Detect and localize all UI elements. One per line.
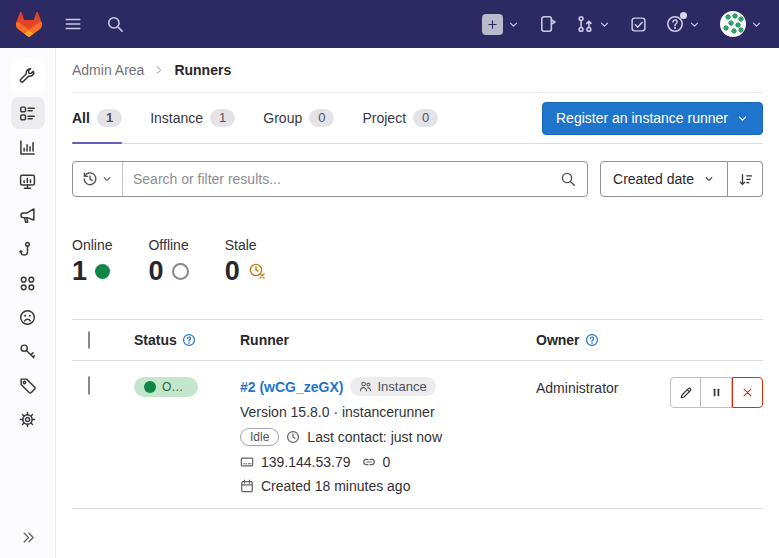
offline-circle-icon bbox=[172, 263, 189, 280]
sidebar-item-deploy-keys[interactable] bbox=[11, 335, 45, 367]
chevron-down-icon bbox=[750, 18, 763, 31]
runner-type-label: Instance bbox=[377, 379, 426, 394]
chevron-down-icon bbox=[598, 18, 611, 31]
search-submit-button[interactable] bbox=[549, 162, 587, 196]
tab-project[interactable]: Project 0 bbox=[362, 93, 438, 143]
register-instance-runner-button[interactable]: Register an instance runner bbox=[542, 102, 763, 135]
status-badge-label: Online bbox=[162, 380, 188, 394]
runner-link[interactable]: #2 (wCG_zeGX) bbox=[240, 379, 343, 395]
idle-badge: Idle bbox=[240, 428, 279, 446]
status-help-icon[interactable] bbox=[182, 333, 196, 347]
runner-actions bbox=[670, 377, 763, 408]
select-all-checkbox[interactable] bbox=[88, 331, 90, 349]
user-menu-button[interactable] bbox=[720, 11, 763, 37]
clock-icon bbox=[286, 430, 300, 444]
online-dot-icon bbox=[95, 264, 110, 279]
merge-request-icon bbox=[576, 15, 594, 33]
todo-check-icon bbox=[630, 16, 647, 33]
runner-version: Version 15.8.0 · instancerunner bbox=[240, 404, 435, 420]
search-history-dropdown[interactable] bbox=[73, 162, 123, 196]
select-runner-checkbox[interactable] bbox=[88, 376, 90, 395]
runner-summary-cell: #2 (wCG_zeGX) Instance Version 15.8.0 · … bbox=[240, 377, 536, 494]
sidebar-item-settings[interactable] bbox=[11, 403, 45, 435]
breadcrumb-runners: Runners bbox=[174, 62, 231, 78]
gitlab-logo[interactable] bbox=[16, 12, 42, 37]
stat-label: Online bbox=[72, 237, 112, 253]
gitlab-admin-runners-page: Admin Area Runners All 1 Instance 1 Grou… bbox=[0, 0, 779, 558]
sidebar-item-admin-area[interactable] bbox=[11, 58, 45, 92]
filtered-search-box bbox=[72, 161, 588, 197]
hamburger-menu-button[interactable] bbox=[64, 15, 82, 33]
delete-runner-button[interactable] bbox=[732, 377, 763, 408]
tab-count-badge: 0 bbox=[309, 109, 334, 127]
pause-icon bbox=[710, 386, 723, 399]
sort-controls: Created date bbox=[600, 161, 763, 197]
user-avatar bbox=[720, 11, 746, 37]
sidebar-item-applications[interactable] bbox=[11, 267, 45, 299]
status-badge: Online bbox=[134, 377, 198, 397]
overview-list-icon bbox=[19, 105, 36, 122]
online-dot-icon bbox=[144, 381, 156, 393]
megaphone-icon bbox=[19, 207, 36, 224]
frown-face-icon bbox=[19, 309, 36, 326]
tab-count-badge: 0 bbox=[413, 109, 438, 127]
tab-all[interactable]: All 1 bbox=[72, 93, 122, 143]
stat-online: Online 1 bbox=[72, 237, 112, 286]
pencil-icon bbox=[679, 386, 693, 400]
tab-label: Group bbox=[263, 110, 302, 126]
help-menu-button[interactable] bbox=[666, 15, 701, 33]
main-content: Admin Area Runners All 1 Instance 1 Grou… bbox=[56, 48, 779, 558]
owner-help-icon[interactable] bbox=[585, 333, 599, 347]
top-navbar bbox=[0, 0, 779, 48]
close-x-icon bbox=[741, 386, 754, 399]
sort-descending-icon bbox=[738, 172, 753, 187]
tab-instance[interactable]: Instance 1 bbox=[150, 93, 235, 143]
table-row: Online #2 (wCG_zeGX) Instance Vers bbox=[72, 361, 763, 509]
sort-by-label: Created date bbox=[613, 171, 694, 187]
search-icon bbox=[109, 18, 122, 31]
merge-requests-button[interactable] bbox=[576, 15, 611, 33]
stat-stale: Stale 0 bbox=[225, 237, 266, 286]
hamburger-icon bbox=[66, 20, 80, 29]
runner-jobs-count: 0 bbox=[383, 454, 391, 470]
new-menu-button[interactable] bbox=[482, 14, 520, 35]
breadcrumb-admin-area[interactable]: Admin Area bbox=[72, 62, 144, 78]
sidebar-item-overview[interactable] bbox=[11, 97, 45, 129]
sort-direction-button[interactable] bbox=[728, 161, 763, 197]
issues-button[interactable] bbox=[539, 15, 557, 33]
stat-value: 0 bbox=[148, 256, 163, 286]
sidebar-item-monitoring[interactable] bbox=[11, 165, 45, 197]
todos-button[interactable] bbox=[630, 16, 647, 33]
sidebar-item-analytics[interactable] bbox=[11, 131, 45, 163]
filter-search-input[interactable] bbox=[123, 171, 549, 187]
edit-runner-button[interactable] bbox=[670, 377, 701, 408]
wrench-icon bbox=[19, 67, 36, 84]
sidebar-item-system-hooks[interactable] bbox=[11, 233, 45, 265]
chevron-down-icon bbox=[703, 173, 715, 185]
sidebar-item-labels[interactable] bbox=[11, 369, 45, 401]
tag-icon bbox=[19, 377, 36, 394]
sort-by-dropdown[interactable]: Created date bbox=[600, 161, 728, 197]
issues-icon bbox=[539, 15, 557, 33]
sidebar-item-messages[interactable] bbox=[11, 199, 45, 231]
users-icon bbox=[359, 380, 372, 393]
chevron-down-icon bbox=[688, 18, 701, 31]
ip-address-icon bbox=[240, 455, 254, 469]
column-status: Status bbox=[134, 332, 177, 348]
tab-group[interactable]: Group 0 bbox=[263, 93, 334, 143]
runner-owner-link[interactable]: Administrator bbox=[536, 380, 618, 396]
sidebar-expand-button[interactable] bbox=[0, 529, 56, 546]
tab-label: Project bbox=[362, 110, 406, 126]
pause-runner-button[interactable] bbox=[701, 377, 732, 408]
stat-offline: Offline 0 bbox=[148, 237, 188, 286]
stat-value: 1 bbox=[72, 256, 87, 286]
tab-label: Instance bbox=[150, 110, 203, 126]
stat-label: Stale bbox=[225, 237, 266, 253]
filter-bar: Created date bbox=[72, 161, 763, 197]
chevron-down-icon bbox=[507, 18, 520, 31]
notification-dot bbox=[680, 12, 687, 19]
global-search-button[interactable] bbox=[106, 15, 124, 33]
link-icon bbox=[362, 455, 376, 469]
stat-label: Offline bbox=[148, 237, 188, 253]
sidebar-item-abuse-reports[interactable] bbox=[11, 301, 45, 333]
